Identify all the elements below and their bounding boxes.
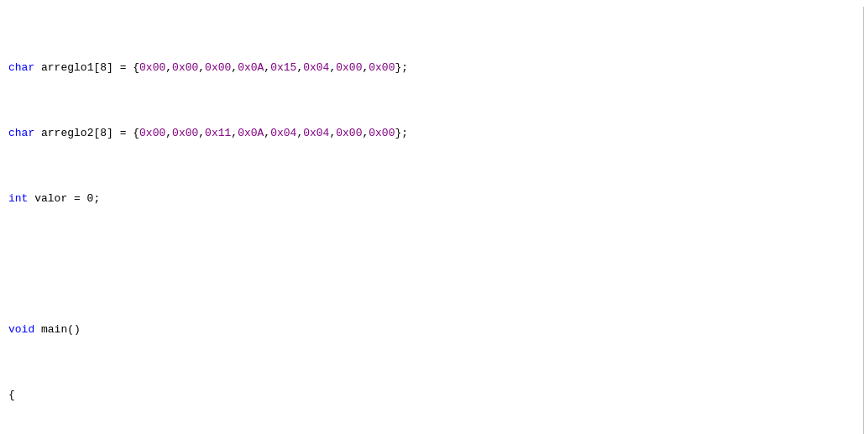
- code-line-4: [8, 256, 850, 273]
- code-line-1: char arreglo1[8] = {0x00,0x00,0x00,0x0A,…: [8, 60, 850, 76]
- code-line-2: char arreglo2[8] = {0x00,0x00,0x11,0x0A,…: [8, 125, 850, 142]
- code-line-5: void main(): [8, 322, 850, 338]
- code-content[interactable]: char arreglo1[8] = {0x00,0x00,0x00,0x0A,…: [0, 7, 859, 434]
- vertical-divider: [863, 7, 864, 434]
- code-line-6: {: [8, 387, 850, 404]
- code-line-3: int valor = 0;: [8, 191, 850, 207]
- code-editor: char arreglo1[8] = {0x00,0x00,0x00,0x0A,…: [0, 0, 868, 434]
